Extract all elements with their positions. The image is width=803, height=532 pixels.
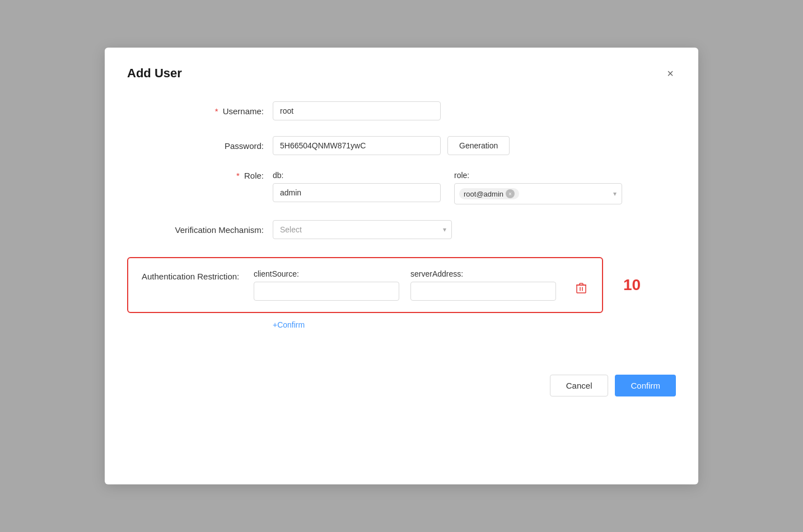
auth-restriction-label: Authentication Restriction:	[142, 269, 254, 281]
db-field-group: db:	[273, 171, 441, 204]
add-confirm-link[interactable]: +Confirm	[273, 320, 305, 329]
auth-restriction-box: Authentication Restriction: clientSource…	[127, 257, 603, 313]
client-source-group: clientSource:	[254, 269, 399, 301]
server-address-input[interactable]	[410, 282, 556, 301]
username-required-star: *	[215, 106, 218, 116]
add-user-modal: Add User × * Username: Password: Generat…	[105, 48, 698, 484]
role-row: * Role: db: role: root@admin	[127, 171, 676, 204]
modal-overlay: Add User × * Username: Password: Generat…	[0, 0, 803, 532]
modal-footer: Cancel Confirm	[127, 375, 676, 396]
db-sub-label: db:	[273, 171, 441, 180]
cancel-button[interactable]: Cancel	[550, 375, 609, 396]
auth-fields: clientSource: serverAddress:	[254, 269, 589, 301]
verification-select[interactable]: Select	[273, 220, 452, 239]
verification-mechanism-row: Verification Mechanism: Select ▾	[127, 220, 676, 239]
modal-title: Add User	[127, 66, 182, 81]
username-label: * Username:	[127, 106, 273, 116]
svg-rect-0	[577, 285, 586, 293]
server-address-group: serverAddress:	[410, 269, 556, 301]
password-input[interactable]	[273, 136, 441, 155]
modal-header: Add User ×	[127, 66, 676, 81]
form-section: * Username: Password: Generation * Role:	[127, 101, 676, 330]
password-row: Password: Generation	[127, 136, 676, 155]
confirm-button[interactable]: Confirm	[615, 375, 676, 396]
verification-select-wrapper[interactable]: Select ▾	[273, 220, 452, 239]
role-field-group: role: root@admin × ▾	[454, 171, 622, 204]
db-input[interactable]	[273, 183, 441, 202]
verification-mechanism-label: Verification Mechanism:	[127, 225, 273, 235]
confirm-link-row: +Confirm	[273, 320, 676, 330]
generation-button[interactable]: Generation	[447, 136, 510, 155]
role-tag-close[interactable]: ×	[506, 189, 515, 198]
password-label: Password:	[127, 141, 273, 151]
role-fields: db: role: root@admin × ▾	[273, 171, 622, 204]
delete-restriction-button[interactable]	[574, 280, 589, 298]
restriction-count-badge: 10	[623, 276, 641, 294]
username-row: * Username:	[127, 101, 676, 120]
close-button[interactable]: ×	[665, 66, 676, 81]
role-sub-label: role:	[454, 171, 622, 180]
role-select-wrapper[interactable]: root@admin × ▾	[454, 183, 622, 204]
role-tag-select[interactable]: root@admin ×	[454, 183, 622, 204]
role-tag: root@admin ×	[459, 188, 519, 199]
client-source-input[interactable]	[254, 282, 399, 301]
server-address-label: serverAddress:	[410, 269, 556, 278]
auth-restriction-section: Authentication Restriction: clientSource…	[127, 257, 676, 330]
role-label: * Role:	[127, 171, 273, 180]
trash-icon	[576, 282, 586, 293]
role-required-star: *	[236, 171, 240, 180]
username-input[interactable]	[273, 101, 441, 120]
client-source-label: clientSource:	[254, 269, 399, 278]
